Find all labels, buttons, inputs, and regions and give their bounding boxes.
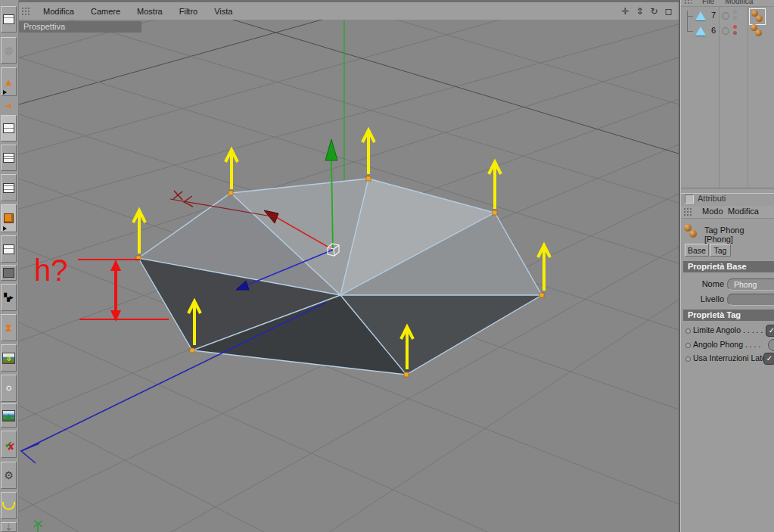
edge-breaks-row: Usa Interruzioni Lato ✓: [685, 353, 774, 366]
toolbar-frame-c-button[interactable]: [1, 174, 17, 201]
terrain-icon: ▲: [2, 410, 15, 422]
toolbar-layout-window-button[interactable]: [1, 6, 17, 33]
layout-window-icon: [3, 14, 14, 24]
polygon-mesh[interactable]: [138, 179, 542, 375]
panel-square-icon[interactable]: [685, 194, 694, 204]
toolbar-cloth-button[interactable]: ⧗: [1, 314, 17, 341]
perspective-viewport[interactable]: Prospettiva: [19, 20, 679, 532]
sphere-lamp-icon: ⚪: [5, 383, 14, 394]
object-label[interactable]: 6: [711, 26, 716, 35]
attributes-grip-icon[interactable]: [683, 207, 692, 216]
menu-camere[interactable]: Camere: [82, 5, 129, 17]
toolbar-orange-arrow-button[interactable]: ➜: [1, 99, 17, 113]
object-row-7[interactable]: 7: [681, 8, 774, 23]
viewport-menubar: Modifica Camere Mostra Filtro Vista ✛ ⇕ …: [18, 2, 679, 20]
key-bullet-icon[interactable]: [685, 343, 691, 348]
maximize-icon[interactable]: ◻: [663, 6, 674, 17]
down-arrow-icon: ⇣: [5, 522, 13, 532]
frame-a-icon: [3, 123, 14, 133]
phong-angle-label: Angolo Phong . . . .: [693, 340, 760, 349]
toolbar-sphere-button[interactable]: ⚪: [1, 375, 17, 402]
toolbar-cube-button[interactable]: [1, 204, 17, 232]
object-manager-menubar: File Modifica: [681, 0, 774, 7]
viewport-camera-label[interactable]: Prospettiva: [19, 21, 141, 33]
rotate-icon[interactable]: ↻: [648, 6, 660, 17]
dolly-icon[interactable]: ⇕: [634, 6, 645, 17]
check-cross-icon: ✔✘: [5, 440, 13, 450]
menu-mostra[interactable]: Mostra: [129, 5, 171, 17]
layer-dot[interactable]: [722, 27, 729, 35]
menu-modifica[interactable]: Modifica: [35, 5, 82, 17]
limit-angle-checkbox[interactable]: ✓: [766, 325, 774, 337]
cone-object-icon[interactable]: [695, 11, 706, 20]
checker-icon: ▚▸: [4, 294, 14, 301]
right-panel: File Modifica 7: [681, 0, 774, 532]
toolbar-frame-d-button[interactable]: [1, 235, 17, 263]
attributes-menu-modo[interactable]: Modo: [702, 207, 723, 216]
frame-d-icon: [3, 244, 14, 254]
toolbar-frame-e-button[interactable]: [1, 265, 17, 281]
limit-angle-label: Limite Angolo . . . . .: [693, 325, 763, 334]
level-field[interactable]: [727, 294, 774, 306]
toolbar-gear-button[interactable]: ⚙: [1, 462, 17, 489]
attributes-menu-modifica[interactable]: Modifica: [728, 207, 759, 216]
om-menu-file[interactable]: File: [702, 0, 714, 5]
name-field[interactable]: Phong: [727, 278, 774, 291]
visibility-dot-bottom[interactable]: [733, 16, 737, 20]
edge-breaks-label: Usa Interruzioni Lato: [693, 353, 766, 362]
menubar-grip-icon[interactable]: [21, 7, 30, 16]
frame-b-icon: [3, 153, 14, 163]
toolbar-terrain-button[interactable]: ▲: [1, 403, 17, 428]
edge-breaks-checkbox[interactable]: ✓: [763, 353, 774, 365]
section-proprieta-tag[interactable]: Proprietà Tag: [683, 310, 774, 321]
visibility-dot-bottom[interactable]: [733, 31, 737, 35]
phong-tag-icon: [689, 230, 697, 238]
om-menubar-grip-icon[interactable]: [684, 0, 692, 5]
toolbar-triangle-button[interactable]: ▲: [1, 67, 17, 96]
toolbar-down-arrow-button[interactable]: ⇣: [1, 522, 17, 532]
cone-object-icon[interactable]: [695, 26, 706, 36]
toolbar-confirm-button[interactable]: ✔✘: [1, 431, 17, 458]
phong-tag-selected[interactable]: [749, 8, 766, 25]
frame-e-icon: [3, 268, 14, 278]
object-row-6[interactable]: 6: [681, 23, 774, 39]
cinema4d-window: ◍ ▲ ➜ ▚▸ ⧗ ⇩ ⚪ ▲ ✔✘ ⚙ ⇣ Modifica Camere …: [0, 0, 774, 532]
layer-dot[interactable]: [722, 12, 729, 20]
spline-curve-icon: [2, 502, 15, 510]
gear-icon: ⚙: [4, 470, 14, 481]
cube-primitive-icon: [4, 213, 14, 223]
object-label[interactable]: 7: [711, 11, 716, 20]
section-proprieta-base[interactable]: Proprietà Base: [683, 261, 774, 272]
pan-icon[interactable]: ✛: [620, 6, 631, 17]
tab-base[interactable]: Base: [685, 244, 709, 257]
height-question-text: h?: [34, 254, 68, 287]
attributes-title: Attributi: [698, 194, 726, 203]
popup-corner-icon: [3, 90, 7, 95]
attributes-selection-row: Tag Phong [Phong]: [681, 222, 774, 240]
toolbar-landscape-button[interactable]: ⇩: [1, 344, 17, 372]
phong-angle-row: Angolo Phong . . . .: [685, 340, 774, 352]
toolbar-frame-b-button[interactable]: [1, 145, 17, 171]
phong-tag-icon: [756, 15, 763, 22]
toolbar-checker-button[interactable]: ▚▸: [1, 284, 17, 311]
key-bullet-icon[interactable]: [685, 356, 691, 362]
level-label: Livello: [685, 294, 724, 303]
menu-filtro[interactable]: Filtro: [171, 5, 206, 17]
tab-tag[interactable]: Tag: [710, 244, 731, 257]
menu-vista[interactable]: Vista: [206, 5, 241, 17]
phong-tag[interactable]: [749, 23, 764, 39]
name-label: Nome: [685, 279, 724, 288]
attributes-menubar: Modo Modifica: [681, 206, 774, 219]
toolbar-globe-button[interactable]: ◍: [1, 37, 17, 64]
visibility-dot-top[interactable]: [733, 25, 737, 29]
popup-corner-icon: [3, 226, 7, 231]
viewport-canvas[interactable]: h?: [19, 20, 679, 532]
om-menu-modifica[interactable]: Modifica: [725, 0, 753, 5]
toolbar-spline-button[interactable]: [1, 492, 17, 519]
world-axis-mark: [34, 521, 42, 532]
toolbar-frame-a-button[interactable]: [1, 115, 17, 142]
visibility-dot-top[interactable]: [733, 10, 737, 14]
y-axis-cone[interactable]: [325, 139, 337, 160]
phong-angle-dial[interactable]: [768, 339, 774, 351]
key-bullet-icon[interactable]: [685, 328, 691, 334]
